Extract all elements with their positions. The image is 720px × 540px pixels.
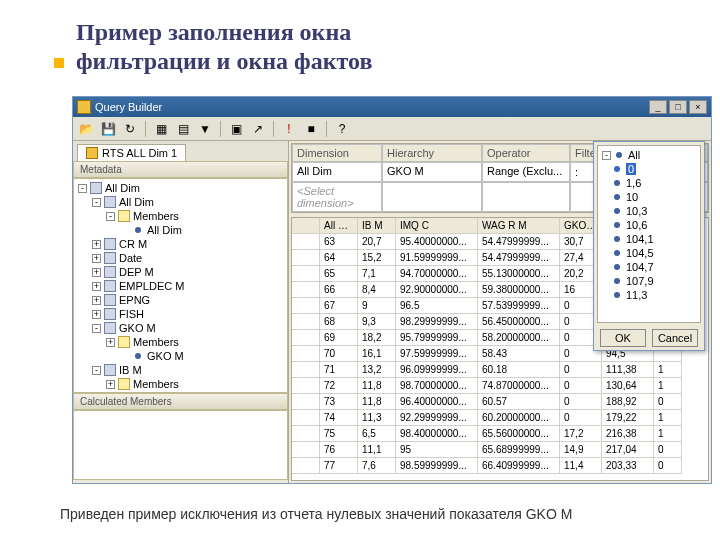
calc-header: Calculated Members <box>73 393 288 410</box>
calc-body[interactable] <box>73 410 288 480</box>
minimize-button[interactable]: _ <box>649 100 667 114</box>
filter-icon[interactable]: ▼ <box>196 120 214 138</box>
calculated-members-pane: Calculated Members <box>73 393 288 483</box>
grid-header-IMQ C[interactable]: IMQ C <box>396 218 478 234</box>
grid-cell: 11,4 <box>560 458 602 474</box>
cube-tab[interactable]: RTS ALL Dim 1 <box>77 144 186 161</box>
popup-item[interactable]: 10 <box>600 190 698 204</box>
grid-icon[interactable]: ▤ <box>174 120 192 138</box>
tree-item-members[interactable]: +Members <box>76 335 285 349</box>
table-row[interactable]: 756,598.40000000...65.56000000...17,2216… <box>292 426 708 442</box>
export-icon[interactable]: ↗ <box>249 120 267 138</box>
select-dimension-placeholder[interactable]: <Select dimension> <box>292 182 382 212</box>
tree-item-ib-m[interactable]: -IB M <box>76 363 285 377</box>
grid-cell: 17,2 <box>560 426 602 442</box>
tree-item-members[interactable]: +Members <box>76 377 285 391</box>
expander-icon[interactable]: - <box>92 366 101 375</box>
tree-item-gko-m[interactable]: -GKO M <box>76 321 285 335</box>
grid-header-blank[interactable] <box>292 218 320 234</box>
member-dot-icon <box>614 208 620 214</box>
table-row[interactable]: 7311,896.40000000...60.570188,920 <box>292 394 708 410</box>
popup-item[interactable]: 104,7 <box>600 260 698 274</box>
table-row[interactable]: 7411,392.29999999...60.20000000...0179,2… <box>292 410 708 426</box>
query-builder-window: Query Builder _ □ × 📂 💾 ↻ ▦ ▤ ▼ ▣ ↗ ! ■ … <box>72 96 712 484</box>
grid-cell <box>292 314 320 330</box>
grid-cell: 63 <box>320 234 358 250</box>
expander-icon[interactable]: + <box>106 380 115 389</box>
expander-icon[interactable]: + <box>106 338 115 347</box>
member-list[interactable]: -All01,61010,310,6104,1104,5104,7107,911… <box>597 145 701 323</box>
filter-operator-empty[interactable] <box>482 182 570 212</box>
expander-icon[interactable]: + <box>92 296 101 305</box>
grid-cell: 94.70000000... <box>396 266 478 282</box>
grid-cell: 60.20000000... <box>478 410 560 426</box>
expander-icon[interactable]: + <box>92 254 101 263</box>
help-icon[interactable]: ? <box>333 120 351 138</box>
globe-icon <box>616 152 622 158</box>
expander-icon[interactable]: + <box>92 310 101 319</box>
popup-item[interactable]: 104,1 <box>600 232 698 246</box>
table-row[interactable]: 7611,19565.68999999...14,9217,040 <box>292 442 708 458</box>
grid-cell: 7,1 <box>358 266 396 282</box>
stop-icon[interactable]: ■ <box>302 120 320 138</box>
popup-item[interactable]: 0 <box>600 162 698 176</box>
tree-item-epng[interactable]: +EPNG <box>76 293 285 307</box>
popup-item[interactable]: 10,3 <box>600 204 698 218</box>
filter-cell-2[interactable]: Range (Exclu... <box>482 162 570 182</box>
grid-cell: 56.45000000... <box>478 314 560 330</box>
expander-icon[interactable]: + <box>92 282 101 291</box>
grid-header-WAG R M[interactable]: WAG R M <box>478 218 560 234</box>
grid-cell: 65.56000000... <box>478 426 560 442</box>
popup-item-label: 0 <box>626 163 636 175</box>
expander-icon[interactable]: - <box>602 151 611 160</box>
expander-icon[interactable]: - <box>78 184 87 193</box>
tree-label: EMPLDEC M <box>119 280 184 292</box>
ok-button[interactable]: OK <box>600 329 646 347</box>
tree-item-dep-m[interactable]: +DEP M <box>76 265 285 279</box>
grid-header-IB M[interactable]: IB M <box>358 218 396 234</box>
tree-item-all-dim[interactable]: All Dim <box>76 223 285 237</box>
table-row[interactable]: 7211,898.70000000...74.87000000...0130,6… <box>292 378 708 394</box>
expander-icon[interactable]: + <box>92 268 101 277</box>
popup-item[interactable]: 10,6 <box>600 218 698 232</box>
popup-item[interactable]: 11,3 <box>600 288 698 302</box>
popup-item[interactable]: 1,6 <box>600 176 698 190</box>
tree-item-all-dim[interactable]: -All Dim <box>76 195 285 209</box>
popup-item[interactable]: 104,5 <box>600 246 698 260</box>
cancel-button[interactable]: Cancel <box>652 329 698 347</box>
grid-cell <box>292 250 320 266</box>
tree-item-cr-m[interactable]: +CR M <box>76 237 285 251</box>
titlebar[interactable]: Query Builder _ □ × <box>73 97 711 117</box>
run-icon[interactable]: ! <box>280 120 298 138</box>
cube-icon[interactable]: ▦ <box>152 120 170 138</box>
table-row[interactable]: 7113,296.09999999...60.180111,381 <box>292 362 708 378</box>
tree-item-members[interactable]: -Members <box>76 209 285 223</box>
filter-cell-1[interactable]: GKO M <box>382 162 482 182</box>
maximize-button[interactable]: □ <box>669 100 687 114</box>
refresh-icon[interactable]: ↻ <box>121 120 139 138</box>
grid-header-All Dim[interactable]: All Dim <box>320 218 358 234</box>
tree-item-all-dim[interactable]: -All Dim <box>76 181 285 195</box>
tree-item-empldec-m[interactable]: +EMPLDEC M <box>76 279 285 293</box>
expander-icon[interactable]: - <box>92 198 101 207</box>
filter-cell-0[interactable]: All Dim <box>292 162 382 182</box>
grid-cell: 91.59999999... <box>396 250 478 266</box>
tree-item-date[interactable]: +Date <box>76 251 285 265</box>
expander-icon[interactable]: + <box>92 240 101 249</box>
tree-item-fish[interactable]: +FISH <box>76 307 285 321</box>
filter-expression-value[interactable]: : <box>575 166 578 178</box>
popup-item[interactable]: 107,9 <box>600 274 698 288</box>
popup-root-item[interactable]: -All <box>600 148 698 162</box>
metadata-tree[interactable]: -All Dim-All Dim-MembersAll Dim+CR M+Dat… <box>73 178 288 393</box>
close-button[interactable]: × <box>689 100 707 114</box>
table-icon[interactable]: ▣ <box>227 120 245 138</box>
slide-title-line1: Пример заполнения окна <box>76 19 351 45</box>
expander-icon[interactable]: - <box>92 324 101 333</box>
filter-hierarchy-empty[interactable] <box>382 182 482 212</box>
table-row[interactable]: 777,698.59999999...66.40999999...11,4203… <box>292 458 708 474</box>
popup-item-label: 104,5 <box>626 247 654 259</box>
expander-icon[interactable]: - <box>106 212 115 221</box>
tree-item-gko-m[interactable]: GKO M <box>76 349 285 363</box>
save-icon[interactable]: 💾 <box>99 120 117 138</box>
open-icon[interactable]: 📂 <box>77 120 95 138</box>
